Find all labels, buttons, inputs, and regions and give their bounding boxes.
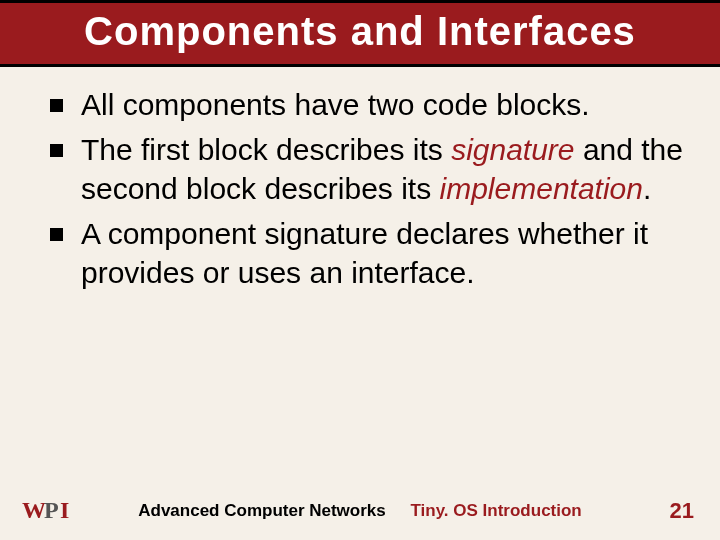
- bullet-text: The first block describes its signature …: [81, 130, 690, 208]
- svg-text:I: I: [60, 497, 69, 523]
- square-bullet-icon: [50, 99, 63, 112]
- footer-course: Advanced Computer Networks: [138, 501, 386, 520]
- page-number: 21: [670, 498, 694, 524]
- bullet-text: All components have two code blocks.: [81, 85, 690, 124]
- slide-content: All components have two code blocks. The…: [0, 67, 720, 292]
- bullet-text: A component signature declares whether i…: [81, 214, 690, 292]
- svg-text:P: P: [44, 497, 59, 523]
- square-bullet-icon: [50, 228, 63, 241]
- footer-center: Advanced Computer Networks Tiny. OS Intr…: [0, 501, 720, 521]
- footer-topic: Tiny. OS Introduction: [410, 501, 581, 520]
- svg-text:W: W: [22, 497, 46, 523]
- keyword-signature: signature: [451, 133, 574, 166]
- title-bar: Components and Interfaces: [0, 0, 720, 67]
- bullet-item: A component signature declares whether i…: [50, 214, 690, 292]
- bullet-item: The first block describes its signature …: [50, 130, 690, 208]
- slide-title: Components and Interfaces: [0, 9, 720, 54]
- square-bullet-icon: [50, 144, 63, 157]
- text-run: The first block describes its: [81, 133, 451, 166]
- bullet-item: All components have two code blocks.: [50, 85, 690, 124]
- text-run: .: [643, 172, 651, 205]
- wpi-logo: W P I: [22, 496, 82, 526]
- keyword-implementation: implementation: [440, 172, 643, 205]
- slide-footer: W P I Advanced Computer Networks Tiny. O…: [0, 496, 720, 526]
